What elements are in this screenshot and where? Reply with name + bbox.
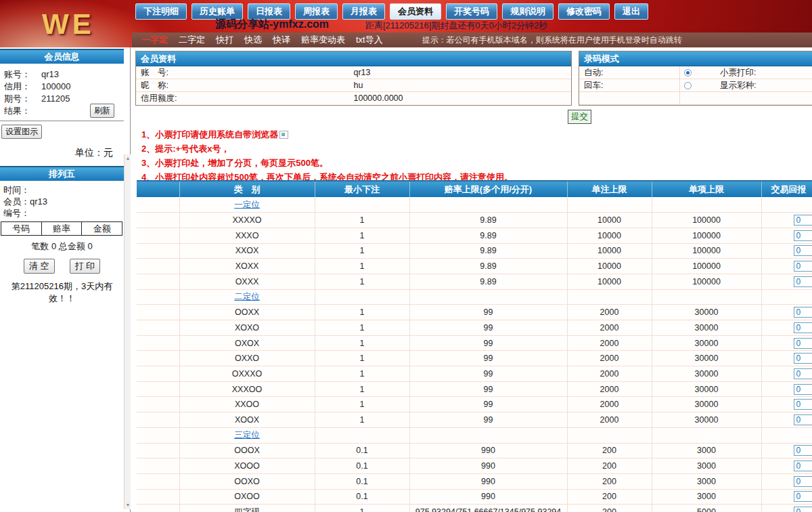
empty-cell (137, 427, 179, 443)
rebate-cell (761, 412, 812, 428)
min-bet-cell: 1 (315, 320, 409, 336)
rebate-input[interactable] (794, 338, 812, 349)
nav-monthly-report[interactable]: 月报表 (342, 3, 385, 20)
submit-button[interactable]: 提交 (568, 110, 591, 124)
category-cell: XXOX (179, 243, 315, 259)
bet-info: 时间： 会员：qr13 编号： (0, 181, 124, 219)
per-bet-cell: 2000 (567, 320, 652, 336)
empty-cell (761, 289, 812, 305)
nav-logout[interactable]: 退出 (614, 3, 648, 20)
sidebar-scrollbar[interactable]: ▲ ▼ (124, 154, 131, 509)
nav-bet-details[interactable]: 下注明细 (135, 3, 187, 20)
rebate-cell (761, 228, 812, 243)
submenu-quick-trans[interactable]: 快译 (273, 34, 290, 46)
submenu-one-digit[interactable]: 一字定 (141, 34, 168, 46)
print-button[interactable]: 打 印 (70, 259, 101, 274)
limits-row: XOOX199200030000 (137, 412, 812, 428)
rebate-input[interactable] (794, 491, 812, 502)
bet-summary: 笔数 0 总金额 0 (0, 240, 124, 253)
rebate-input[interactable] (794, 276, 812, 287)
limits-header: 最小下注 (315, 181, 409, 197)
odds-cell: 975.93294/751.66667/1345/975.93294 (409, 505, 567, 512)
per-item-cell: 3000 (652, 443, 761, 458)
rebate-input[interactable] (794, 261, 812, 272)
submenu-quick-type[interactable]: 快打 (216, 34, 233, 46)
refresh-button[interactable]: 刷新 (90, 104, 114, 118)
per-item-cell: 30000 (652, 305, 761, 320)
per-item-cell: 30000 (652, 366, 761, 382)
top-header: WE 下注明细历史账单日报表周报表月报表会员资料开奖号码规则说明修改密码退出 源… (0, 0, 812, 47)
member-info-row: 结果：刷新 (4, 105, 124, 117)
nav-change-password[interactable]: 修改密码 (558, 3, 610, 20)
mode-separator (679, 79, 680, 91)
min-bet-cell: 1 (315, 381, 409, 397)
nav-rules[interactable]: 规则说明 (502, 3, 554, 20)
min-bet-cell: 0.1 (315, 458, 409, 474)
per-bet-cell: 200 (567, 505, 652, 512)
rebate-cell (761, 397, 812, 412)
limits-row: XXXXO19.8910000100000 (137, 213, 812, 228)
empty-cell (137, 505, 179, 512)
group-link[interactable]: 一定位 (234, 200, 260, 209)
odds-cell: 99 (409, 320, 567, 336)
per-item-cell: 30000 (652, 335, 761, 351)
rebate-input[interactable] (794, 322, 812, 333)
clear-button[interactable]: 清 空 (24, 259, 55, 274)
nav-member-profile[interactable]: 会员资料 (390, 3, 441, 20)
group-link[interactable]: 三定位 (234, 430, 260, 440)
rebate-input[interactable] (794, 414, 812, 425)
limits-row: OOXX199200030000 (137, 305, 812, 320)
mode-radio[interactable] (684, 69, 692, 77)
mode-panel-header: 录码模式 (579, 51, 812, 66)
profile-label: 账 号: (141, 68, 168, 77)
empty-cell (137, 412, 179, 428)
rebate-input[interactable] (794, 230, 812, 241)
submenu-quick-pick[interactable]: 快选 (244, 34, 262, 46)
empty-cell (137, 381, 179, 397)
nav-draw-numbers[interactable]: 开奖号码 (446, 3, 497, 20)
rebate-input[interactable] (794, 399, 812, 410)
rebate-input[interactable] (794, 353, 812, 364)
category-cell: XXXXO (179, 213, 315, 228)
submenu-bar: 一字定二字定快打快选快译赔率变动表txt导入提示：若公司有手机版本域名，则系统将… (132, 33, 812, 47)
game-title-bar: 排列五 (0, 166, 124, 181)
number-label: 编号： (3, 207, 124, 219)
rebate-input[interactable] (794, 307, 812, 318)
rebate-cell (761, 505, 812, 512)
rebate-input[interactable] (794, 368, 812, 379)
member-info-value: qr13 (41, 68, 59, 81)
bet-col-amount: 金额 (82, 222, 122, 236)
rebate-input[interactable] (794, 476, 812, 487)
mode-left-label: 回车: (584, 81, 603, 90)
odds-cell: 9.89 (409, 259, 567, 274)
rebate-cell (761, 259, 812, 274)
empty-cell (137, 320, 179, 336)
min-bet-cell: 1 (315, 243, 409, 259)
rebate-input[interactable] (794, 215, 812, 226)
odds-cell: 99 (409, 305, 567, 320)
scroll-up-icon[interactable]: ▲ (125, 154, 131, 163)
odds-cell: 99 (409, 351, 567, 366)
rebate-input[interactable] (794, 445, 812, 456)
min-bet-cell: 1 (315, 274, 409, 289)
limits-row: XOXX19.8910000100000 (137, 259, 812, 274)
rebate-input[interactable] (794, 245, 812, 256)
submenu-odds-change-table[interactable]: 赔率变动表 (301, 34, 345, 46)
submenu-txt-import[interactable]: txt导入 (356, 34, 383, 46)
note-line: 2、提示:+号代表x号， (141, 142, 513, 156)
rebate-cell (761, 274, 812, 289)
set-image-button[interactable]: 设置图示 (1, 125, 42, 139)
category-cell: XXXO (179, 228, 315, 243)
empty-cell (137, 443, 179, 458)
scroll-down-icon[interactable]: ▼ (125, 501, 131, 509)
site-title: 源码分享站-ymfxz.com (215, 18, 329, 32)
category-cell: XOXX (179, 259, 315, 274)
mode-radio[interactable] (684, 82, 692, 89)
group-link[interactable]: 二定位 (234, 292, 260, 301)
submenu-two-digit[interactable]: 二字定 (179, 34, 205, 46)
rebate-input[interactable] (794, 384, 812, 395)
rebate-cell (761, 489, 812, 505)
rebate-input[interactable] (794, 507, 812, 512)
rebate-input[interactable] (794, 461, 812, 471)
min-bet-cell: 1 (315, 366, 409, 382)
